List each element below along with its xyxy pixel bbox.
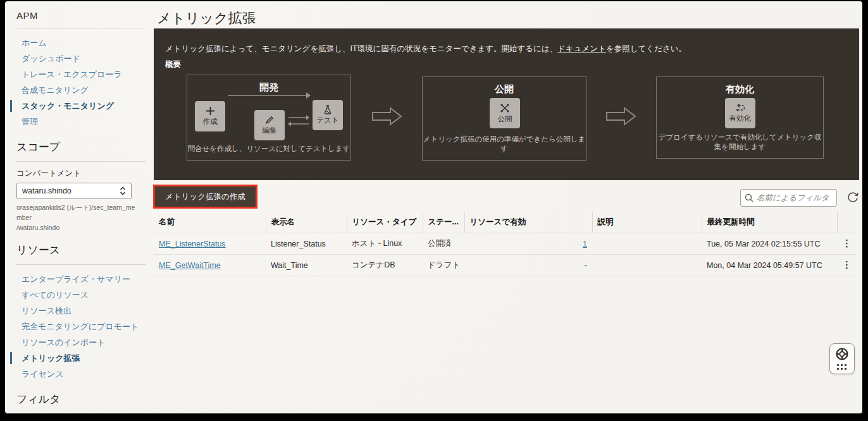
table-row: ME_GetWaitTime Wait_Time コンテナDB ドラフト - M… [154,255,856,276]
banner-intro-prefix: メトリック拡張によって、モニタリングを拡張し、IT環境に固有の状況をモニターでき… [165,44,557,53]
publish-stage-button[interactable]: 公開 [490,98,520,128]
help-lifering-icon[interactable] [835,347,849,361]
cell-status: ドラフト [423,255,464,276]
sidebar-item-all-resources[interactable]: すべてのリソース [16,287,151,303]
sidebar-item-metric-extensions[interactable]: メトリック拡張 [16,350,151,366]
stage-publish-caption: メトリック拡張の使用の準備ができたら公開します [423,135,586,154]
refresh-button[interactable] [844,189,862,207]
red-annotation-box: メトリック拡張の作成 [153,185,257,209]
stage-publish-title: 公開 [423,83,586,95]
row-actions-menu-button[interactable]: ⋮ [842,240,852,247]
filter-heading: フィルタ [16,392,151,406]
app-window: APM ホーム ダッシュボード トレース・エクスプローラ 合成モニタリング スタ… [5,1,862,413]
enable-loop-icon [735,103,746,113]
col-header-resource-type: リソース・タイプ [347,212,423,233]
stage-develop: 開発 作成 [187,75,351,161]
cell-resource-type: コンテナDB [347,255,423,276]
flask-icon [323,105,332,114]
publish-stage-label: 公開 [498,114,512,124]
sidebar-item-enterprise-summary[interactable]: エンタープライズ・サマリー [16,271,151,287]
overview-label: 概要 [165,59,181,70]
sidebar-item-trace-explorer[interactable]: トレース・エクスプローラ [16,66,151,82]
stage-flow-arrow-icon [371,107,403,126]
metric-extensions-table: 名前 表示名 リソース・タイプ ステー... リソースで有効 説明 最終更新時間… [154,212,856,276]
main-content: メトリック拡張 メトリック拡張によって、モニタリングを拡張し、IT環境に固有の状… [152,1,859,413]
edit-stage-button[interactable]: 編集 [254,110,285,140]
sidebar-item-stack-monitoring[interactable]: スタック・モニタリング [16,98,151,114]
stage-enable-title: 有効化 [657,83,823,95]
search-icon [745,193,753,202]
refresh-icon [847,191,859,203]
help-widget [829,343,855,374]
cell-enabled-on-resources: - [464,255,592,276]
col-header-display-name: 表示名 [266,212,347,233]
stage-publish: 公開 公開 メトリック拡張の使用の準備ができたら公開します [422,76,586,161]
cell-description [592,233,702,255]
sidebar-item-dashboard[interactable]: ダッシュボード [16,51,151,66]
sidebar-item-administration[interactable]: 管理 [16,114,151,130]
double-arrow-icon [287,114,310,127]
table-header-row: 名前 表示名 リソース・タイプ ステー... リソースで有効 説明 最終更新時間 [154,212,856,233]
create-stage-label: 作成 [203,117,218,126]
overview-banner: メトリック拡張によって、モニタリングを拡張し、IT環境に固有の状況をモニターでき… [154,28,859,180]
compartment-path-line1: orasejapankids2 (ルート)/sec_team_member [16,203,137,223]
sidebar: APM ホーム ダッシュボード トレース・エクスプローラ 合成モニタリング スタ… [5,1,151,413]
metric-extension-link[interactable]: ME_ListenerStatus [159,240,226,248]
table-row: ME_ListenerStatus Listener_Status ホスト - … [154,233,856,255]
stage-enable-caption: デプロイするリソースで有効化してメトリック収集を開始します [657,133,823,152]
edit-stage-label: 編集 [263,126,277,135]
app-launcher-dots-icon[interactable] [837,364,847,370]
app-title: APM [16,10,151,21]
cell-status: 公開済 [423,233,464,255]
stage-enable: 有効化 有効化 デプロイするリソースで有効化してメトリック収集を開始します [656,76,824,159]
compartment-path-line2: /wataru.shindo [16,223,137,233]
apm-nav: ホーム ダッシュボード トレース・エクスプローラ 合成モニタリング スタック・モ… [16,35,151,130]
pencil-icon [265,116,274,125]
enable-stage-button[interactable]: 有効化 [725,98,755,128]
row-actions-menu-button[interactable]: ⋮ [842,262,852,268]
compartment-value: wataru.shindo [22,186,71,195]
arrow-right-icon [228,92,311,99]
chevron-updown-icon [120,186,126,195]
name-filter-field[interactable] [740,189,837,207]
stage-flow-arrow-icon [605,107,637,126]
sidebar-item-import-resources[interactable]: リソースのインポート [16,334,151,350]
sidebar-item-home[interactable]: ホーム [16,35,151,51]
cell-display-name: Wait_Time [266,255,347,276]
scope-heading: スコープ [16,140,151,154]
col-header-description: 説明 [592,212,702,233]
cell-last-updated: Mon, 04 Mar 2024 05:49:57 UTC [702,255,837,276]
test-stage-label: テスト [316,116,338,125]
publish-icon [500,103,510,113]
sidebar-item-synthetic-monitoring[interactable]: 合成モニタリング [16,82,151,98]
documentation-link[interactable]: ドキュメント [557,44,606,53]
resources-heading: リソース [16,243,151,257]
sidebar-item-resource-discovery[interactable]: リソース検出 [16,303,151,319]
resources-nav: エンタープライズ・サマリー すべてのリソース リソース検出 完全モニタリングにプ… [16,271,151,382]
col-header-enabled-on-resources: リソースで有効 [464,212,592,233]
compartment-path: orasejapankids2 (ルート)/sec_team_member /w… [16,203,137,233]
cell-display-name: Listener_Status [266,233,347,255]
col-header-status: ステー... [423,212,464,233]
metric-extension-link[interactable]: ME_GetWaitTime [159,261,221,270]
test-stage-button[interactable]: テスト [313,100,343,130]
col-header-name: 名前 [154,212,266,233]
stage-develop-caption: 問合せを作成し、リソースに対してテストします [187,144,350,154]
cell-description [592,255,702,276]
sidebar-item-licenses[interactable]: ライセンス [16,366,151,382]
name-filter-input[interactable] [757,193,831,202]
sidebar-item-promote-full-monitoring[interactable]: 完全モニタリングにプロモート [16,319,151,334]
enabled-resources-count-link[interactable]: 1 [583,240,587,248]
compartment-select[interactable]: wataru.shindo [16,183,132,199]
banner-intro-suffix: を参照してください。 [606,44,686,53]
col-header-actions [837,212,856,233]
cell-last-updated: Tue, 05 Mar 2024 02:15:55 UTC [702,233,837,255]
create-metric-extension-button[interactable]: メトリック拡張の作成 [155,186,256,207]
divider [16,264,146,265]
banner-intro: メトリック拡張によって、モニタリングを拡張し、IT環境に固有の状況をモニターでき… [165,44,686,54]
divider [16,161,146,162]
compartment-label: コンパートメント [16,168,151,179]
enable-stage-label: 有効化 [729,114,752,123]
create-stage-button[interactable]: 作成 [195,101,225,131]
col-header-last-updated: 最終更新時間 [702,212,837,233]
